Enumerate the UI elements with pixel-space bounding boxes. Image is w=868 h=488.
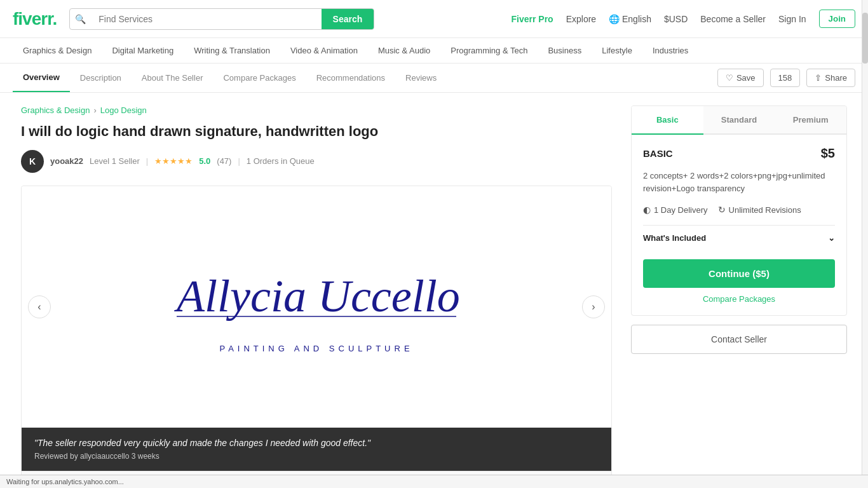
- clock-icon: ◐: [643, 205, 651, 215]
- signature-subtitle: PAINTING AND SCULPTURE: [164, 344, 469, 353]
- currency-link[interactable]: $USD: [664, 14, 688, 24]
- contact-seller-button[interactable]: Contact Seller: [631, 325, 847, 354]
- cat-music[interactable]: Music & Audio: [368, 38, 440, 63]
- logo[interactable]: fiverr.: [13, 9, 57, 29]
- save-count: 158: [770, 69, 801, 87]
- revisions-label: Unlimited Revisions: [729, 205, 801, 215]
- whats-included-toggle[interactable]: What's Included ⌄: [643, 225, 835, 250]
- cat-digital-marketing[interactable]: Digital Marketing: [102, 38, 184, 63]
- search-button[interactable]: Search: [322, 9, 374, 29]
- breadcrumb-separator: ›: [93, 105, 96, 115]
- status-text: Waiting for ups.analytics.yahoo.com...: [6, 478, 124, 485]
- rating-count: (47): [217, 156, 231, 166]
- continue-button[interactable]: Continue ($5): [643, 259, 835, 288]
- logo-text: fiverr: [13, 9, 53, 29]
- cat-graphics[interactable]: Graphics & Design: [13, 38, 102, 63]
- explore-link[interactable]: Explore: [566, 14, 596, 24]
- tab-recommendations[interactable]: Recommendations: [306, 64, 395, 92]
- cat-video[interactable]: Video & Animation: [280, 38, 368, 63]
- review-overlay: "The seller responded very quickly and m…: [22, 428, 611, 471]
- review-text: "The seller responded very quickly and m…: [34, 438, 599, 448]
- cat-industries[interactable]: Industries: [642, 38, 698, 63]
- heart-icon: ♡: [726, 73, 733, 83]
- cat-business[interactable]: Business: [538, 38, 592, 63]
- delivery-label: 1 Day Delivery: [654, 205, 708, 215]
- tab-standard[interactable]: Standard: [703, 106, 775, 135]
- become-seller-link[interactable]: Become a Seller: [700, 14, 766, 24]
- image-slider: ‹ Allycia Uccello PAINTING AND SCULPTURE…: [21, 186, 612, 488]
- package-description: 2 concepts+ 2 words+2 colors+png+jpg+unl…: [643, 170, 835, 194]
- package-name: BASIC: [643, 148, 673, 159]
- tab-description[interactable]: Description: [70, 64, 132, 92]
- main-content: Graphics & Design › Logo Design I will d…: [8, 93, 860, 488]
- gig-title: I will do logic hand drawn signature, ha…: [21, 123, 612, 141]
- compare-packages-link[interactable]: Compare Packages: [643, 294, 835, 304]
- share-icon: ⇧: [815, 73, 822, 83]
- tab-compare-packages[interactable]: Compare Packages: [213, 64, 306, 92]
- save-button[interactable]: ♡ Save: [717, 69, 764, 87]
- delivery-feature: ◐ 1 Day Delivery: [643, 205, 708, 215]
- tab-premium[interactable]: Premium: [775, 106, 846, 135]
- refresh-icon: ↻: [718, 205, 726, 215]
- revisions-feature: ↻ Unlimited Revisions: [718, 205, 801, 215]
- status-bar: Waiting for ups.analytics.yahoo.com...: [0, 475, 868, 488]
- cat-lifestyle[interactable]: Lifestyle: [592, 38, 642, 63]
- whats-included-label: What's Included: [643, 233, 706, 243]
- language-link[interactable]: 🌐 English: [609, 14, 651, 24]
- review-meta: Reviewed by allyciaauccello 3 weeks: [34, 452, 599, 461]
- breadcrumb-cat[interactable]: Graphics & Design: [21, 105, 90, 115]
- left-column: Graphics & Design › Logo Design I will d…: [21, 105, 612, 488]
- share-button[interactable]: ⇧ Share: [806, 69, 855, 87]
- tab-reviews[interactable]: Reviews: [395, 64, 447, 92]
- slider-main: ‹ Allycia Uccello PAINTING AND SCULPTURE…: [22, 186, 611, 428]
- scrollbar[interactable]: [862, 0, 868, 488]
- package-tabs: Basic Standard Premium: [632, 106, 846, 135]
- search-bar: 🔍 Search: [69, 8, 374, 30]
- category-nav: Graphics & Design Digital Marketing Writ…: [0, 38, 868, 64]
- top-nav: Fiverr Pro Explore 🌐 English $USD Become…: [512, 10, 856, 28]
- svg-text:Allycia Uccello: Allycia Uccello: [174, 271, 460, 322]
- stars: ★★★★★: [154, 156, 193, 166]
- cat-programming[interactable]: Programming & Tech: [440, 38, 538, 63]
- package-body: BASIC $5 2 concepts+ 2 words+2 colors+pn…: [632, 135, 846, 315]
- join-button[interactable]: Join: [819, 10, 855, 28]
- fiverr-pro-link[interactable]: Fiverr Pro: [512, 14, 553, 24]
- sign-in-link[interactable]: Sign In: [778, 14, 806, 24]
- rating-value: 5.0: [199, 156, 210, 166]
- tab-basic[interactable]: Basic: [632, 106, 703, 135]
- package-card: Basic Standard Premium BASIC $5 2 concep…: [631, 105, 847, 316]
- breadcrumb: Graphics & Design › Logo Design: [21, 105, 612, 115]
- scrollbar-thumb[interactable]: [862, 13, 868, 64]
- tab-about-seller[interactable]: About The Seller: [132, 64, 214, 92]
- sub-nav: Overview Description About The Seller Co…: [0, 64, 868, 93]
- seller-level: Level 1 Seller: [90, 156, 140, 166]
- breadcrumb-subcat[interactable]: Logo Design: [100, 105, 147, 115]
- package-title-row: BASIC $5: [643, 146, 835, 161]
- package-features: ◐ 1 Day Delivery ↻ Unlimited Revisions: [643, 205, 835, 215]
- chevron-down-icon: ⌄: [828, 233, 835, 243]
- sub-nav-actions: ♡ Save 158 ⇧ Share: [717, 69, 855, 87]
- package-price: $5: [821, 146, 835, 161]
- orders-queue: 1 Orders in Queue: [247, 156, 315, 166]
- slider-next-button[interactable]: ›: [582, 295, 605, 318]
- header: fiverr. 🔍 Search Fiverr Pro Explore 🌐 En…: [0, 0, 868, 38]
- seller-name[interactable]: yooak22: [50, 156, 83, 166]
- globe-icon: 🌐: [609, 14, 620, 24]
- search-input[interactable]: [91, 9, 321, 29]
- signature-svg: Allycia Uccello: [164, 261, 469, 337]
- logo-dot: .: [53, 9, 57, 29]
- tab-overview[interactable]: Overview: [13, 64, 70, 92]
- avatar: K: [21, 150, 44, 173]
- slider-content: Allycia Uccello PAINTING AND SCULPTURE: [164, 261, 469, 353]
- seller-info: K yooak22 Level 1 Seller | ★★★★★ 5.0 (47…: [21, 150, 612, 173]
- search-icon: 🔍: [70, 9, 91, 29]
- slider-prev-button[interactable]: ‹: [28, 295, 51, 318]
- cat-writing[interactable]: Writing & Translation: [184, 38, 280, 63]
- right-column: Basic Standard Premium BASIC $5 2 concep…: [631, 105, 847, 488]
